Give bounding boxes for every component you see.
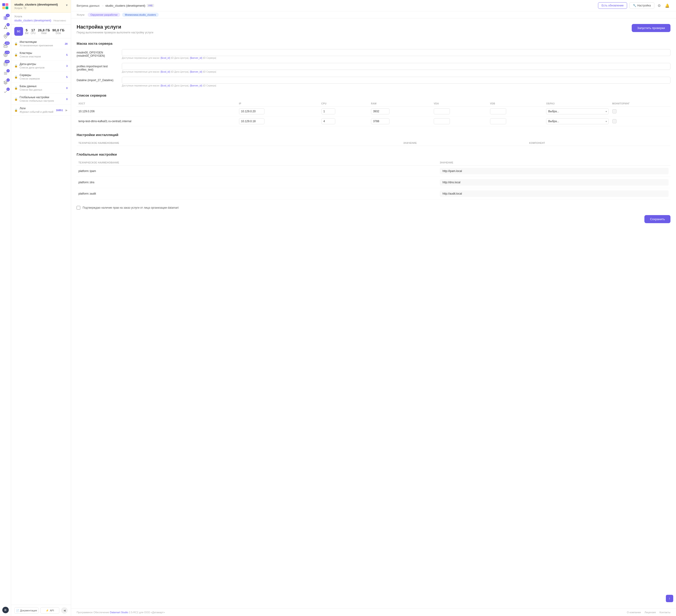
server-host-0: 10.129.0.206 — [76, 107, 237, 116]
app-logo[interactable] — [2, 3, 9, 10]
collapse-button[interactable]: ◀ — [61, 607, 68, 614]
vdb-input-0[interactable] — [490, 108, 506, 114]
footer-left: Программное Обеспечение Datamart Studio … — [76, 611, 165, 614]
service-name[interactable]: studio_clusters (development) — [14, 19, 51, 22]
disk-label: DISK — [52, 32, 65, 35]
ram-input-0[interactable] — [371, 108, 389, 114]
breadcrumb: Витрина данных → studio_clusters (develo… — [76, 4, 596, 7]
ram-input-1[interactable] — [371, 118, 389, 124]
svg-rect-4 — [4, 16, 5, 18]
sidebar-menu-item-3[interactable]: 🔒 Серверы Список серверов 5 — [11, 71, 71, 82]
svg-point-14 — [5, 36, 6, 37]
api-button[interactable]: ⚡ API — [40, 607, 59, 614]
monitoring-checkbox-1[interactable] — [612, 119, 616, 123]
server-cpu-1 — [320, 116, 369, 126]
sidebar-menu-item-4[interactable]: 🔒 Базы данных Список баз данных 0 — [11, 82, 71, 94]
image-select-0[interactable]: Выбра... — [546, 108, 608, 114]
svg-rect-7 — [6, 18, 7, 19]
host-mask-input-1[interactable] — [122, 63, 670, 70]
svg-line-11 — [4, 26, 5, 28]
api-label: API — [50, 609, 54, 612]
settings-button[interactable]: 🔧 Настройка — [629, 2, 654, 9]
stat-cpu: 17 CPU — [31, 28, 36, 35]
nav-servers[interactable]: 269 — [1, 42, 10, 50]
nav-clusters[interactable]: 3 — [1, 23, 10, 32]
menu-item-subtitle-0: Установленные приложения — [19, 44, 53, 47]
inst-col-component: КОМПОНЕНТ — [527, 140, 670, 146]
global-name-2: platform::audit — [76, 188, 438, 199]
save-button[interactable]: Сохранить — [644, 215, 670, 223]
host-mask-input-0[interactable] — [122, 49, 670, 56]
nav-databases[interactable]: 195 — [1, 60, 10, 68]
nav-services[interactable]: 72 — [1, 14, 10, 22]
sidebar-title: studio_clusters (development) — [14, 3, 58, 6]
save-row: Сохранить — [76, 215, 670, 223]
table-row: 10.129.0.206 Выбра... — [76, 107, 670, 116]
footer-license-link[interactable]: Лицензия — [644, 611, 656, 614]
sidebar-toggle[interactable]: ▾ — [66, 3, 68, 7]
nav-settings[interactable]: 174 — [1, 51, 10, 59]
server-ram-0 — [369, 107, 432, 116]
monitoring-checkbox-0[interactable] — [612, 109, 616, 113]
footer-version: 2.5-RC2 для ООО «Датамарт» — [129, 611, 165, 614]
notification-bell-button[interactable]: 🔔 — [664, 3, 670, 9]
confirm-text: Подтверждаю наличие прав на заказ услуги… — [82, 206, 179, 209]
cpu-input-1[interactable] — [321, 118, 335, 124]
nav-logs[interactable]: 4 — [1, 78, 10, 87]
user-avatar[interactable]: D — [2, 607, 9, 613]
ip-input-0[interactable] — [239, 108, 265, 114]
gear-icon-button[interactable]: ⚙ — [657, 3, 662, 9]
breadcrumb-tag: #46 — [147, 4, 154, 7]
footer-text: Программное Обеспечение — [76, 611, 109, 614]
menu-item-title-4: Базы данных — [19, 84, 42, 88]
scroll-to-top-button[interactable]: ↑ — [666, 595, 673, 602]
global-settings-title: Глобальные настройки — [76, 152, 670, 156]
vdb-input-1[interactable] — [490, 118, 506, 124]
server-monitoring-1 — [611, 116, 670, 126]
breadcrumb-root[interactable]: Витрина данных — [76, 4, 100, 7]
menu-item-subtitle-1: Список кластеров — [19, 55, 41, 58]
host-mask-label-2: Dataline (import_27_Dataline) — [76, 77, 118, 82]
menu-item-count-1: 5 — [66, 54, 68, 56]
sidebar-menu-item-2[interactable]: 🔒 Дата-центры Список дата-центров 3 — [11, 60, 71, 71]
top-bar: Витрина данных → studio_clusters (develo… — [71, 0, 676, 11]
update-button[interactable]: Есть обновление — [598, 2, 627, 9]
sidebar-menu-item-1[interactable]: 🔒 Кластеры Список кластеров 5 — [11, 49, 71, 60]
sidebar-menu-item-6[interactable]: 🔒 Логи Журнал событий и действий 16851 ▶ — [11, 105, 71, 116]
nav-checks[interactable]: 8 — [1, 87, 10, 96]
confirm-checkbox[interactable] — [76, 206, 80, 209]
cpu-input-0[interactable] — [321, 108, 335, 114]
vda-input-0[interactable] — [434, 108, 450, 114]
page-subtitle: Перед выполнением проверок выполните нас… — [76, 31, 153, 34]
vda-input-1[interactable] — [434, 118, 450, 124]
ip-input-1[interactable] — [239, 118, 265, 124]
svg-rect-0 — [2, 3, 5, 6]
menu-item-count-0: 28 — [65, 43, 68, 45]
sidebar-menu-item-0[interactable]: 🔒 Инсталляции Установленные приложения 2… — [11, 38, 71, 49]
run-checks-button[interactable]: Запустить проверки — [632, 24, 670, 32]
global-value-2: http://audit.local — [438, 188, 670, 199]
vm-label: ВМ — [25, 32, 29, 35]
lock-icon: 🔒 — [14, 86, 18, 90]
footer-about-link[interactable]: О компании — [627, 611, 641, 614]
menu-item-subtitle-4: Список баз данных — [19, 88, 42, 91]
ram-value: 26,8 ГБ — [38, 28, 50, 32]
docs-button[interactable]: 📄 Документация — [14, 607, 39, 614]
footer-contacts-link[interactable]: Контакты — [659, 611, 670, 614]
ram-label: RAM — [38, 32, 50, 35]
col-ip: IP — [237, 101, 320, 107]
nav-global[interactable]: 3 — [1, 69, 10, 77]
server-host-1: temp-test-dtms-kafka01.ru-central1.inter… — [76, 116, 237, 126]
footer-brand: Datamart Studio — [110, 611, 129, 614]
host-mask-field-0: Доступные переменные для маски: {$cod_id… — [122, 49, 670, 59]
api-icon: ⚡ — [46, 609, 49, 612]
host-mask-input-2[interactable] — [122, 77, 670, 84]
menu-item-title-1: Кластеры — [19, 51, 41, 55]
host-mask-hint-0: Доступные переменные для маски: {$cod_id… — [122, 57, 670, 59]
page-footer: Программное Обеспечение Datamart Studio … — [71, 608, 676, 616]
nav-datacenters[interactable]: 8 — [1, 32, 10, 41]
host-mask-row-2: Dataline (import_27_Dataline) Доступные … — [76, 77, 670, 87]
image-select-1[interactable]: Выбра... — [546, 118, 608, 124]
menu-item-subtitle-6: Журнал событий и действий — [19, 110, 53, 113]
sidebar-menu-item-5[interactable]: 🔒 Глобальные настройки Список глобальных… — [11, 94, 71, 105]
